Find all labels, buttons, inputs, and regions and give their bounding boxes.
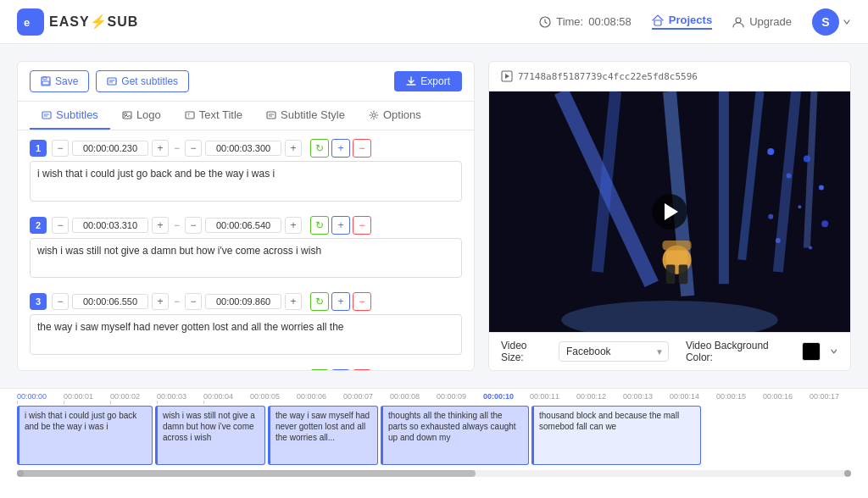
text-title-icon: T — [185, 110, 195, 120]
tab-subtitle-style[interactable]: Subtitle Style — [254, 102, 357, 130]
time-end-inc-2[interactable]: + — [285, 217, 302, 234]
time-start-inc-3[interactable]: + — [152, 293, 169, 310]
svg-text:T: T — [187, 113, 190, 118]
subtitle-text-3[interactable] — [30, 314, 462, 355]
toolbar: Save Get subtitles Export — [18, 62, 474, 102]
svg-point-38 — [776, 238, 781, 243]
export-button[interactable]: Export — [394, 71, 462, 91]
time-end-dec-3[interactable]: − — [185, 293, 202, 310]
header-time: Time: 00:08:58 — [539, 15, 632, 28]
main-content: Save Get subtitles Export — [0, 44, 868, 388]
refresh-btn-3[interactable]: ↻ — [310, 292, 329, 311]
refresh-btn-2[interactable]: ↻ — [310, 216, 329, 235]
subtitle-style-icon — [266, 110, 276, 120]
subtitles-icon — [107, 76, 117, 86]
video-background — [489, 91, 850, 332]
time-start-dec-3[interactable]: − — [52, 293, 69, 310]
projects-nav[interactable]: Projects — [652, 14, 712, 30]
avatar-group[interactable]: S — [812, 8, 851, 36]
video-size-select[interactable]: Facebook YouTube Instagram Twitter Custo… — [559, 341, 669, 362]
remove-btn-1[interactable]: − — [353, 139, 371, 158]
video-file-icon — [501, 70, 513, 82]
add-btn-2[interactable]: + — [331, 216, 350, 235]
upgrade-nav[interactable]: Upgrade — [732, 15, 792, 28]
header-nav: Time: 00:08:58 Projects Upgrade S — [539, 8, 851, 36]
bg-color-swatch[interactable] — [802, 342, 820, 361]
logo-tab-icon — [122, 110, 132, 120]
video-id: 77148a8f5187739c4fcc22e5fd8c5596 — [518, 71, 698, 82]
svg-rect-6 — [42, 81, 49, 85]
tab-subtitles[interactable]: Subtitles — [30, 102, 110, 130]
subtitle-text-2[interactable] — [30, 238, 462, 279]
time-label: Time: — [556, 15, 583, 28]
video-preview — [489, 91, 850, 332]
play-triangle — [665, 203, 678, 220]
get-subtitles-button[interactable]: Get subtitles — [96, 70, 189, 92]
time-start-dec-1[interactable]: − — [52, 140, 69, 157]
refresh-btn-1[interactable]: ↻ — [310, 139, 329, 158]
home-icon — [652, 14, 664, 26]
tab-text-title[interactable]: T Text Title — [173, 102, 254, 130]
tick-5: 00:00:05 — [250, 392, 297, 404]
time-start-input-3[interactable] — [72, 294, 148, 309]
chevron-down-icon — [843, 18, 851, 26]
video-size-select-wrap: Facebook YouTube Instagram Twitter Custo… — [559, 341, 669, 362]
subtitles-tab-icon — [42, 110, 52, 120]
timeline-block-2[interactable]: wish i was still not give a damn but how… — [155, 406, 265, 465]
time-end-inc-3[interactable]: + — [285, 293, 302, 310]
subtitle-num-2: 2 — [30, 217, 47, 234]
time-end-inc-1[interactable]: + — [285, 140, 302, 157]
logo-text: EASY⚡SUB — [49, 14, 138, 30]
time-end-input-1[interactable] — [205, 141, 281, 156]
time-start-input-2[interactable] — [72, 218, 148, 233]
save-button[interactable]: Save — [30, 70, 89, 92]
tick-17: 00:00:17 — [810, 392, 851, 404]
time-end-group-1: − + — [185, 140, 302, 157]
tick-1: 00:00:01 — [64, 392, 110, 404]
svg-point-37 — [821, 220, 828, 227]
tab-options[interactable]: Options — [357, 102, 433, 130]
time-start-inc-2[interactable]: + — [152, 217, 169, 234]
scrollbar-left-btn[interactable] — [17, 470, 24, 477]
svg-rect-10 — [42, 112, 51, 119]
add-btn-1[interactable]: + — [331, 139, 350, 158]
time-start-inc-1[interactable]: + — [152, 140, 169, 157]
time-end-input-3[interactable] — [205, 294, 281, 309]
time-end-input-2[interactable] — [205, 218, 281, 233]
timeline-block-5[interactable]: thousand block and because the mall some… — [531, 406, 701, 465]
tab-logo[interactable]: Logo — [110, 102, 173, 130]
time-end-dec-2[interactable]: − — [185, 217, 202, 234]
tick-10: 00:00:10 — [483, 392, 530, 404]
play-button[interactable] — [652, 194, 687, 230]
time-start-dec-2[interactable]: − — [52, 217, 69, 234]
tick-2: 00:00:02 — [110, 392, 157, 404]
svg-rect-42 — [662, 241, 691, 250]
svg-rect-45 — [679, 264, 688, 284]
subtitles-list: 1 − + − − + ↻ — [18, 130, 474, 370]
svg-point-36 — [768, 214, 773, 219]
remove-btn-3[interactable]: − — [353, 292, 371, 311]
subtitle-text-1[interactable] — [30, 161, 462, 202]
add-btn-4[interactable]: + — [331, 369, 350, 370]
time-start-input-1[interactable] — [72, 141, 148, 156]
color-chevron-icon — [829, 346, 838, 357]
svg-text:e: e — [24, 16, 30, 29]
add-btn-3[interactable]: + — [331, 292, 350, 311]
timeline-block-4[interactable]: thoughts all the thinking all the parts … — [381, 406, 529, 465]
svg-rect-7 — [108, 78, 116, 85]
refresh-btn-4[interactable]: ↻ — [310, 369, 329, 370]
remove-btn-2[interactable]: − — [353, 216, 371, 235]
right-panel: 77148a8f5187739c4fcc22e5fd8c5596 — [488, 61, 851, 371]
svg-point-39 — [809, 246, 812, 250]
scrollbar-right-btn[interactable] — [844, 470, 851, 477]
timeline-block-3[interactable]: the way i saw myself had never gotten lo… — [268, 406, 378, 465]
timeline-block-1[interactable]: i wish that i could just go back and be … — [17, 406, 153, 465]
time-end-dec-1[interactable]: − — [185, 140, 202, 157]
time-sep-3: − — [174, 296, 180, 307]
subtitle-item-2: 2 − + − − + ↻ — [30, 216, 462, 281]
remove-btn-4[interactable]: − — [353, 369, 371, 370]
scrollbar-thumb[interactable] — [17, 470, 476, 477]
projects-label: Projects — [669, 14, 712, 26]
timeline-scrollbar[interactable] — [17, 470, 851, 477]
subtitle-num-1: 1 — [30, 140, 47, 157]
